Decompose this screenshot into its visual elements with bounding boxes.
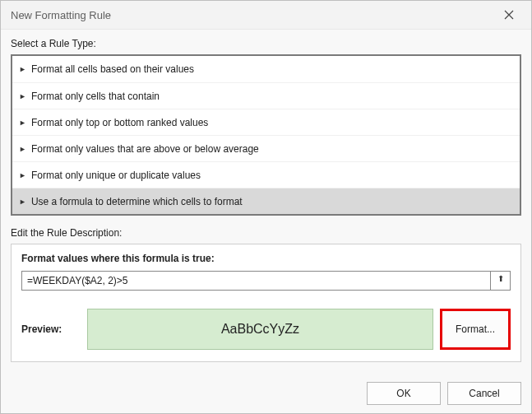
preview-sample-text: AaBbCcYyZz <box>221 322 299 337</box>
dialog-footer: OK Cancel <box>1 374 531 413</box>
close-icon <box>504 10 514 20</box>
formula-row: ⬆ <box>21 271 511 291</box>
rule-type-label: Format only values that are above or bel… <box>31 143 259 155</box>
rule-type-label: Format all cells based on their values <box>31 63 194 75</box>
preview-label: Preview: <box>21 323 81 335</box>
close-button[interactable] <box>492 3 526 26</box>
rule-type-label: Use a formula to determine which cells t… <box>31 196 243 207</box>
rule-type-item[interactable]: ► Format only unique or duplicate values <box>12 161 520 188</box>
cancel-button-label: Cancel <box>469 388 499 399</box>
rule-type-item[interactable]: ► Format only cells that contain <box>12 82 520 109</box>
format-button[interactable]: Format... <box>440 309 511 350</box>
collapse-dialog-button[interactable]: ⬆ <box>491 271 511 291</box>
arrow-icon: ► <box>19 65 26 73</box>
rule-type-label: Format only cells that contain <box>31 91 160 102</box>
select-rule-type-label: Select a Rule Type: <box>11 38 521 49</box>
preview-row: Preview: AaBbCcYyZz Format... <box>21 309 511 350</box>
new-formatting-rule-dialog: New Formatting Rule Select a Rule Type: … <box>0 0 532 414</box>
arrow-icon: ► <box>19 198 26 206</box>
formula-title: Format values where this formula is true… <box>21 253 511 264</box>
rule-type-item[interactable]: ► Use a formula to determine which cells… <box>12 188 520 214</box>
dialog-title: New Formatting Rule <box>11 9 492 21</box>
rule-type-item[interactable]: ► Format all cells based on their values <box>12 56 520 82</box>
dialog-content: Select a Rule Type: ► Format all cells b… <box>1 30 531 374</box>
ok-button-label: OK <box>396 388 410 399</box>
collapse-icon: ⬆ <box>496 276 506 286</box>
formula-input[interactable] <box>21 271 491 291</box>
rule-type-label: Format only unique or duplicate values <box>31 170 201 181</box>
arrow-icon: ► <box>19 171 26 179</box>
arrow-icon: ► <box>19 92 26 100</box>
rule-description-box: Format values where this formula is true… <box>11 244 521 362</box>
arrow-icon: ► <box>19 119 26 127</box>
preview-sample-box: AaBbCcYyZz <box>87 309 433 350</box>
rule-type-item[interactable]: ► Format only values that are above or b… <box>12 135 520 161</box>
ok-button[interactable]: OK <box>367 382 441 405</box>
format-button-label: Format... <box>456 323 495 335</box>
rule-type-label: Format only top or bottom ranked values <box>31 117 208 128</box>
cancel-button[interactable]: Cancel <box>447 382 521 405</box>
rule-type-list: ► Format all cells based on their values… <box>11 54 521 216</box>
titlebar: New Formatting Rule <box>1 1 531 30</box>
rule-type-item[interactable]: ► Format only top or bottom ranked value… <box>12 109 520 135</box>
arrow-icon: ► <box>19 145 26 153</box>
edit-description-label: Edit the Rule Description: <box>11 227 521 239</box>
